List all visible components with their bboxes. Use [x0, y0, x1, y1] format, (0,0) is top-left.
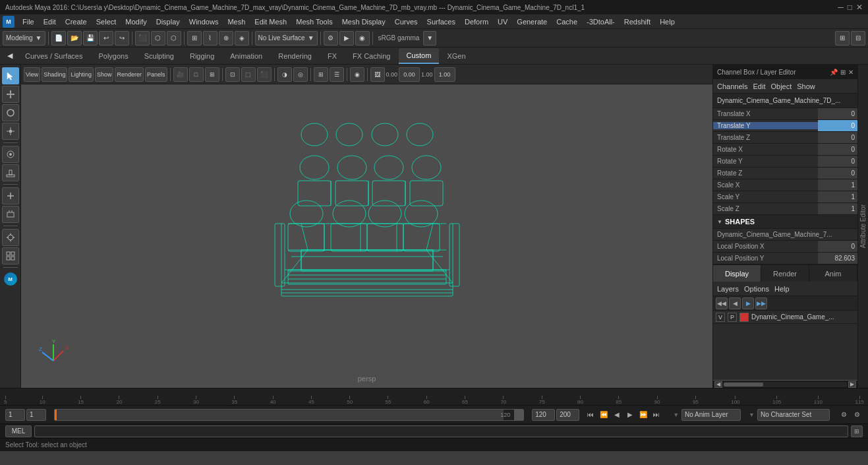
layer-first-button[interactable]: ◀◀: [716, 297, 728, 309]
menu-deform[interactable]: Deform: [461, 16, 492, 27]
rotate-tool-button[interactable]: [2, 104, 19, 121]
tab-xgen[interactable]: XGen: [439, 48, 473, 64]
display-toggle-button[interactable]: ⊞: [835, 31, 850, 46]
viewport-renderer-menu[interactable]: Renderer: [115, 67, 144, 82]
local-pos-x-value[interactable]: 0: [818, 241, 857, 252]
menu-help[interactable]: Help: [656, 16, 679, 27]
menu-mesh-display[interactable]: Mesh Display: [338, 16, 390, 27]
viewport-panels-menu[interactable]: Panels: [145, 67, 167, 82]
open-scene-button[interactable]: 📂: [67, 31, 82, 46]
select-mode-button[interactable]: [2, 67, 19, 84]
textured-button[interactable]: ⬛: [257, 67, 272, 82]
lasso-select-button[interactable]: ⬡: [151, 31, 165, 46]
time-ruler[interactable]: 5 10 15 20 25 30 35 40 45 50 55 60 65 70…: [3, 388, 865, 405]
layer-color-swatch[interactable]: [739, 313, 749, 322]
menu-generate[interactable]: Generate: [513, 16, 551, 27]
window-controls[interactable]: ─ □ ✕: [838, 3, 863, 12]
menu-edit-mesh[interactable]: Edit Mesh: [250, 16, 291, 27]
channel-scale-y[interactable]: Scale Y 1: [713, 191, 857, 203]
range-start-field[interactable]: 1: [26, 409, 46, 421]
hud-button[interactable]: ☰: [330, 67, 344, 82]
render-button[interactable]: ▶: [339, 31, 354, 46]
attribute-editor-tab[interactable]: Attribute Editor: [857, 65, 868, 388]
menu-display[interactable]: Display: [152, 16, 184, 27]
tab-curves-surfaces[interactable]: Curves / Surfaces: [17, 48, 90, 64]
snap-curve-button[interactable]: ⌇: [203, 31, 217, 46]
scroll-right-button[interactable]: ▶: [848, 381, 856, 388]
shapes-expand-icon[interactable]: ▼: [717, 219, 722, 225]
char-set-field[interactable]: No Character Set: [757, 409, 830, 421]
channel-rotate-x[interactable]: Rotate X 0: [713, 144, 857, 156]
select-tool-button[interactable]: ⬛: [135, 31, 150, 46]
panel-layout-button[interactable]: ⊟: [851, 31, 865, 46]
minimize-button[interactable]: ─: [838, 3, 844, 12]
layer-next-button[interactable]: ▶: [742, 297, 754, 309]
tab-sculpting[interactable]: Sculpting: [136, 48, 182, 64]
menu-windows[interactable]: Windows: [185, 16, 223, 27]
menu-mesh-tools[interactable]: Mesh Tools: [292, 16, 336, 27]
command-input[interactable]: [34, 425, 848, 437]
maximize-button[interactable]: □: [848, 3, 852, 12]
grid-display-button[interactable]: [2, 247, 19, 264]
layer-prev-button[interactable]: ◀: [729, 297, 741, 309]
channel-translate-y[interactable]: Translate Y 0: [713, 120, 857, 132]
menu-curves[interactable]: Curves: [391, 16, 422, 27]
menu-modify[interactable]: Modify: [121, 16, 150, 27]
snap-grid-button[interactable]: ⊞: [187, 31, 202, 46]
object-menu[interactable]: Object: [770, 82, 792, 90]
help-menu-item[interactable]: Help: [774, 285, 790, 293]
go-to-end-button[interactable]: ⏭: [651, 409, 662, 421]
isolate-select-button[interactable]: ◉: [350, 67, 364, 82]
menu-3dto-all[interactable]: -3DtoAll-: [583, 16, 619, 27]
menu-select[interactable]: Select: [92, 16, 121, 27]
current-frame-field[interactable]: 1: [5, 409, 25, 421]
local-pos-x-row[interactable]: Local Position X 0: [713, 241, 857, 253]
layer-last-button[interactable]: ▶▶: [755, 297, 767, 309]
workspace-dropdown[interactable]: Modeling ▼: [3, 31, 45, 46]
options-menu-item[interactable]: Options: [744, 285, 769, 293]
scroll-thumb[interactable]: [724, 383, 763, 387]
playback-range[interactable]: 120: [54, 409, 524, 421]
rotate-z-value[interactable]: 0: [818, 168, 857, 179]
viewport-show-menu[interactable]: Show: [95, 67, 114, 82]
range-end-field[interactable]: 120: [532, 409, 555, 421]
scroll-left-button[interactable]: ◀: [714, 381, 722, 388]
local-pos-y-value[interactable]: 82.603: [818, 253, 857, 264]
ambient-occlusion-button[interactable]: ◎: [293, 67, 308, 82]
channel-scale-z[interactable]: Scale Z 1: [713, 203, 857, 214]
play-forward-button[interactable]: ▶: [624, 409, 636, 421]
camera-button[interactable]: 🎥: [173, 67, 188, 82]
menu-file[interactable]: File: [18, 16, 38, 27]
menu-surfaces[interactable]: Surfaces: [423, 16, 459, 27]
local-pos-y-row[interactable]: Local Position Y 82.603: [713, 253, 857, 264]
tab-polygons[interactable]: Polygons: [90, 48, 136, 64]
channel-box-pin[interactable]: 📌: [830, 69, 838, 76]
smooth-shade-button[interactable]: ⬚: [241, 67, 256, 82]
viewport[interactable]: View Shading Lighting Show Renderer Pane…: [21, 65, 712, 388]
menu-cache[interactable]: Cache: [552, 16, 581, 27]
play-back-button[interactable]: ◀: [611, 409, 623, 421]
color-space-dropdown[interactable]: ▼: [423, 31, 436, 46]
step-back-button[interactable]: ⏪: [598, 409, 610, 421]
channel-rotate-z[interactable]: Rotate Z 0: [713, 168, 857, 179]
tab-rigging[interactable]: Rigging: [182, 48, 222, 64]
last-tool-button[interactable]: [2, 206, 19, 223]
go-to-start-button[interactable]: ⏮: [585, 409, 596, 421]
tab-rendering[interactable]: Rendering: [270, 48, 320, 64]
menu-mesh[interactable]: Mesh: [223, 16, 249, 27]
snap-surface-button[interactable]: ◈: [235, 31, 249, 46]
layer-scrollbar[interactable]: ◀ ▶: [713, 380, 857, 388]
viewport-canvas[interactable]: X Y Z persp: [21, 84, 712, 388]
script-editor-button[interactable]: ⊞: [851, 425, 863, 437]
scale-z-value[interactable]: 1: [818, 203, 857, 214]
layer-playback-toggle[interactable]: P: [728, 313, 737, 322]
anim-extra-button[interactable]: ⚙: [851, 409, 863, 421]
ipr-button[interactable]: ◉: [355, 31, 370, 46]
translate-y-value[interactable]: 0: [818, 120, 857, 131]
tab-fx-caching[interactable]: FX Caching: [345, 48, 398, 64]
shadow-button[interactable]: ◑: [277, 67, 292, 82]
render-tab[interactable]: Render: [761, 265, 809, 282]
resolution-gate-button[interactable]: ⊞: [205, 67, 219, 82]
tab-custom[interactable]: Custom: [399, 48, 440, 64]
scale-tool-button[interactable]: [2, 123, 19, 140]
